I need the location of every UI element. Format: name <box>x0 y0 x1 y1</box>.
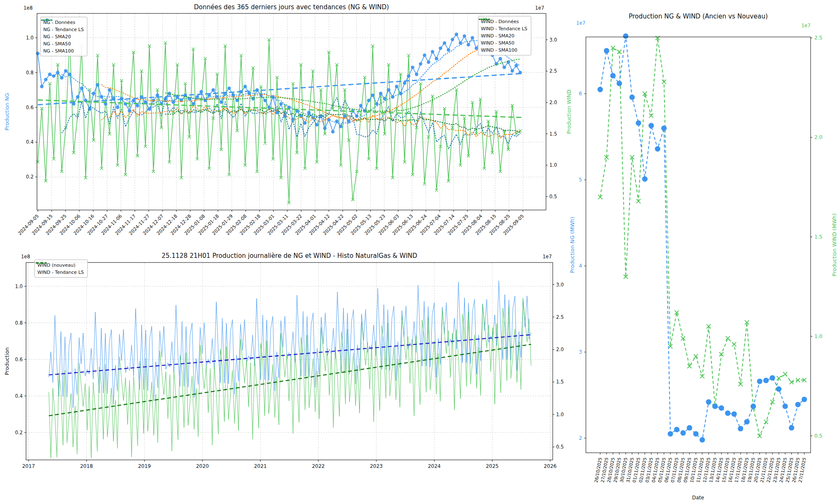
series-ng-marker <box>200 90 203 93</box>
y-tick-label: 2.0 <box>814 134 822 140</box>
legend-label: NG - SMA100 <box>43 48 74 54</box>
chart-bottom-left-axis-offset: 1e8 <box>21 254 30 260</box>
series-ng-marker <box>136 104 139 107</box>
series-ng-marker <box>467 43 470 46</box>
series-ng-marker <box>700 437 705 443</box>
chart-top-left-axis-offset: 1e8 <box>24 5 33 11</box>
series-ng-marker <box>211 88 215 92</box>
series-ng-marker <box>463 34 466 38</box>
series-ng-history <box>49 281 531 408</box>
series-ng-marker <box>623 33 628 39</box>
legend-swatch-dots <box>478 16 491 22</box>
chart-right-left-axis-offset: 1e7 <box>576 20 585 26</box>
y-tick-label: 1.5 <box>814 234 822 240</box>
series-ng-marker <box>355 114 358 118</box>
y-tick-label: 0.2 <box>15 430 23 436</box>
series-ng-marker <box>725 410 730 416</box>
series-ng-marker <box>680 430 686 436</box>
series-ng-marker <box>693 431 698 436</box>
series-ng-marker <box>802 396 807 402</box>
y-tick-label: 1.0 <box>549 162 557 168</box>
matplotlib-figure: { "figure": {"background": "#ffffff", "g… <box>0 0 840 504</box>
y-tick-label: 0.8 <box>26 70 34 76</box>
y-tick-label: 1.0 <box>15 284 23 289</box>
series-ng-marker <box>76 95 79 99</box>
chart-top-legend-wind: WIND - DonnéesWIND - Tendance LSWIND - S… <box>478 16 531 55</box>
chart-right-canvas: 26/10/202527/10/202528/10/202529/10/2025… <box>563 0 840 504</box>
series-ng-marker <box>495 62 498 66</box>
series-wind-history <box>49 298 531 458</box>
x-tick-label: 2019 <box>138 463 151 469</box>
series-ng-marker <box>371 93 374 97</box>
series-ng-marker <box>668 431 673 436</box>
series-ng-marker <box>795 402 801 407</box>
legend-label: WIND - Tendance LS <box>481 26 528 32</box>
series-ng-marker <box>36 52 39 55</box>
series-ng-marker <box>315 123 318 126</box>
series-ng-marker <box>56 71 59 74</box>
x-tick-label: 2023 <box>370 463 383 469</box>
chart-right-panel: 26/10/202527/10/202528/10/202529/10/2025… <box>563 0 840 504</box>
series-ng-marker <box>648 123 654 129</box>
y-tick-label: 1.0 <box>814 333 822 339</box>
grid-layer <box>26 262 553 460</box>
series-ng-marker <box>510 69 514 72</box>
series-ng-marker <box>598 87 603 92</box>
series-ng-marker <box>435 57 438 60</box>
y-tick-label: 2 <box>579 435 582 441</box>
series-ng-marker <box>655 146 660 152</box>
y-tick-label: 0.6 <box>26 105 34 110</box>
y-tick-label: 4 <box>579 263 582 269</box>
series-ng-marker <box>227 87 231 90</box>
series-ng-marker <box>80 87 83 90</box>
chart-right-title: Production NG & WIND (Ancien vs Nouveau) <box>586 13 811 20</box>
y-tick-label: 2.5 <box>814 35 822 41</box>
series-wind-data <box>38 37 520 203</box>
legend-item: WIND - SMA50 <box>481 39 528 46</box>
series-ng-marker <box>514 64 518 67</box>
series-ng-marker <box>48 73 51 76</box>
series-ng-marker <box>439 47 442 50</box>
y-tick-label: 0.2 <box>26 174 34 180</box>
x-tick-label: 2024 <box>428 463 441 469</box>
chart-top-right-axis-offset: 1e7 <box>535 5 544 11</box>
series-ng-marker <box>263 99 267 102</box>
series-ng-marker <box>423 53 426 57</box>
series-ng-marker <box>108 88 111 92</box>
legend-item: WIND - Tendance LS <box>37 269 84 276</box>
series-ng-marker <box>243 85 247 88</box>
series-ng-marker <box>427 60 430 64</box>
chart-top-title: Données des 365 derniers jours avec tend… <box>37 3 546 11</box>
legend-item: NG - SMA50 <box>43 40 84 47</box>
series-ng-marker <box>447 48 450 52</box>
series-ng-marker <box>279 102 283 105</box>
series-ng-marker <box>443 41 446 45</box>
legend-label: WIND - Tendance LS <box>37 270 84 275</box>
series-ng-marker <box>642 176 648 182</box>
series-ng-marker <box>359 104 362 107</box>
y-tick-label: 0.5 <box>549 194 557 200</box>
series-ng-marker <box>636 120 641 126</box>
y-tick-label: 0.4 <box>15 393 23 399</box>
series-ng-marker <box>604 48 609 53</box>
series-ng-marker <box>379 92 382 95</box>
series-ng-marker <box>431 50 434 53</box>
series-ng-marker <box>763 378 769 383</box>
series-ng-marker <box>782 404 788 409</box>
legend-item: NG - Tendance LS <box>43 26 84 33</box>
series-ng-marker <box>383 97 386 100</box>
y-tick-label: 3.0 <box>549 37 557 43</box>
series-ng-marker <box>411 66 414 69</box>
chart-top-legend-ng: NG - DonnéesNG - Tendance LSNG - SMA20NG… <box>40 17 87 56</box>
series-ng-marker <box>744 419 750 425</box>
y-tick-label: 0.6 <box>15 357 23 362</box>
series-ng-marker <box>44 78 47 81</box>
series-ng-marker <box>471 36 474 39</box>
series-ng-marker <box>251 97 255 100</box>
series-ng-marker <box>451 38 454 41</box>
series-ng-marker <box>92 92 95 95</box>
series-ng-marker <box>419 62 422 66</box>
series-ng-marker <box>674 427 680 432</box>
series-ng-marker <box>751 404 756 409</box>
legend-label: WIND - SMA20 <box>481 33 514 39</box>
